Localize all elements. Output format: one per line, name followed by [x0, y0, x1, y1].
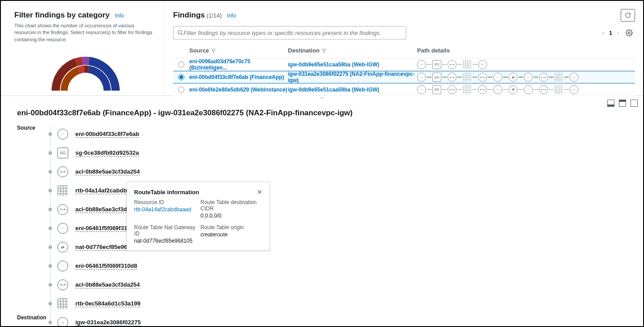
hop-id[interactable]: eni-00bd04f33c8f7e6ab	[75, 131, 139, 138]
source-link[interactable]: eni-00bd04f33c8f7e6ab (FinanceApp)	[189, 74, 284, 80]
findings-table: Source▽ Destination▽ Path details eni-00…	[173, 43, 635, 96]
source-link[interactable]: eni-00e6fe2e80e5db629 (WebInstance)	[189, 87, 287, 93]
hop-id[interactable]: acl-0b88e5ae3cf3da254	[75, 168, 140, 175]
svg-line-1	[181, 34, 183, 35]
acl-icon: •○•	[57, 204, 68, 215]
acl-icon: •○•	[539, 85, 548, 94]
nat-gateway-value: nat-0d776ecf85e968105	[134, 238, 196, 244]
layout-button-2[interactable]	[619, 100, 626, 107]
resource-id-value[interactable]: rtb-04a14af2cabdbaaad	[134, 206, 196, 213]
dest-cidr-value: 0.0.0.0/0	[200, 213, 262, 219]
grid-icon	[554, 85, 563, 94]
dest-cidr-label: Route Table destination CIDR	[200, 199, 262, 212]
hop-id[interactable]: eni-06461f5f069f310d8	[75, 262, 137, 270]
igw-icon: ∩	[570, 85, 579, 94]
filter-input-wrapper[interactable]	[173, 26, 406, 39]
eni-icon: ⋯	[57, 223, 68, 234]
destination-link[interactable]: igw-0db9e65e51caa59ba (Web-IGW)	[288, 87, 379, 93]
close-icon[interactable]: ✕	[257, 188, 262, 196]
findings-info-link[interactable]: Info	[227, 13, 236, 19]
sg-icon: SG	[432, 60, 441, 69]
table-row[interactable]: eni-00e6fe2e80e5db629 (WebInstance)igw-0…	[173, 83, 635, 96]
filter-description: This chart shows the number of occurrenc…	[14, 22, 157, 43]
eni-icon: ⋯	[417, 60, 426, 69]
destination-link[interactable]: igw-031ea2e3086f02275 (NA2-FinApp-financ…	[288, 71, 417, 83]
sg-icon: SG	[57, 148, 68, 158]
sg-icon: SG	[432, 73, 441, 82]
path-hop: •○•acl-0b88e5ae3cf3da254	[48, 275, 627, 294]
destination-link[interactable]: igw-0db9e65e51caa59ba (Web-IGW)	[288, 61, 379, 68]
hop-id[interactable]: acl-0b88e5ae3cf3da254	[75, 281, 140, 288]
layout-button-3[interactable]	[631, 100, 638, 107]
hop-id[interactable]: igw-031ea2e3086f02275	[75, 319, 141, 326]
table-row[interactable]: eni-00bd04f33c8f7e6ab (FinanceApp)igw-03…	[173, 71, 635, 83]
sort-icon[interactable]: ▽	[322, 48, 326, 53]
panel-resize-handle[interactable]: ═	[1, 96, 643, 100]
acl-icon: •○•	[57, 279, 68, 290]
eni-icon: ⋯	[493, 73, 502, 82]
svg-point-2	[628, 32, 630, 34]
refresh-button[interactable]	[621, 9, 635, 22]
findings-title: Findings	[173, 11, 205, 19]
eni-icon: ⋯	[57, 261, 68, 271]
rtb-icon	[57, 298, 68, 309]
eni-icon: ⋯	[57, 129, 68, 140]
filter-title: Filter findings by category	[14, 11, 110, 20]
settings-button[interactable]	[623, 27, 635, 39]
prev-page-button[interactable]: ‹	[602, 29, 605, 36]
row-radio[interactable]	[178, 87, 184, 93]
nat-icon: ⇄	[509, 85, 518, 94]
path-detail-panel: eni-00bd04f33c8f7e6ab (FinanceApp) - igw…	[1, 100, 643, 326]
row-radio[interactable]	[178, 61, 184, 68]
igw-icon: ∩	[57, 317, 68, 326]
eni-icon: ⋯	[417, 73, 426, 82]
path-hop: SGsg-0ce38dfb92d92532a	[48, 144, 627, 162]
path-hop: ∩igw-031ea2e3086f02275	[48, 313, 627, 326]
next-page-button[interactable]: ›	[617, 29, 619, 36]
routetable-popover: RouteTable information ✕ Resource ID rtb…	[126, 182, 270, 251]
findings-count: (1/14)	[206, 12, 222, 19]
category-donut-chart[interactable]	[14, 48, 157, 101]
table-header: Source▽ Destination▽ Path details	[173, 43, 635, 58]
path-hop: •○•acl-0b88e5ae3cf3da254	[48, 162, 627, 181]
col-source[interactable]: Source	[189, 47, 209, 54]
sort-icon[interactable]: ▽	[212, 48, 215, 53]
nat-gateway-label: Route Table Nat Gateway ID	[134, 224, 196, 237]
eni-icon: ⋯	[524, 73, 533, 82]
source-link[interactable]: eni-0096ad03d76e70c75 (BizIntelligen...	[189, 58, 288, 71]
layout-button-1[interactable]	[607, 100, 614, 107]
grid-icon	[463, 85, 472, 94]
nat-icon: ⇄	[57, 242, 68, 253]
igw-icon: ∩	[570, 73, 579, 82]
hop-id[interactable]: sg-0ce38dfb92d92532a	[75, 149, 139, 157]
filter-input[interactable]	[183, 30, 402, 36]
acl-icon: •○•	[478, 85, 487, 94]
acl-icon: •○•	[448, 60, 457, 69]
grid-icon	[554, 73, 563, 82]
acl-icon: •○•	[539, 73, 548, 82]
svg-point-0	[178, 31, 182, 34]
eni-icon: ⋯	[493, 85, 502, 94]
acl-icon: •○•	[478, 73, 487, 82]
page-number: 1	[609, 30, 612, 36]
pagination: ‹ 1 ›	[602, 27, 635, 39]
findings-panel: Findings (1/14) Info ‹ 1 ›	[165, 1, 643, 96]
hop-id[interactable]: rtb-0ec584a6d1c53a199	[75, 300, 140, 307]
igw-icon: ∩	[478, 60, 487, 69]
search-icon	[177, 30, 183, 36]
detail-title: eni-00bd04f33c8f7e6ab (FinanceApp) - igw…	[17, 109, 627, 118]
sg-icon: SG	[432, 85, 441, 94]
row-radio[interactable]	[178, 74, 184, 80]
source-label: Source	[17, 125, 48, 131]
col-destination[interactable]: Destination	[288, 47, 320, 54]
path-hop: ⋯eni-06461f5f069f310d8	[48, 257, 627, 275]
table-row[interactable]: eni-0096ad03d76e70c75 (BizIntelligen...i…	[173, 58, 635, 71]
origin-value: createroute	[200, 231, 262, 238]
acl-icon: •○•	[57, 166, 68, 177]
filter-panel: Filter findings by category Info This ch…	[1, 1, 165, 96]
col-path: Path details	[417, 47, 450, 54]
filter-info-link[interactable]: Info	[115, 13, 124, 19]
grid-icon	[463, 60, 472, 69]
origin-label: Route Table origin	[200, 224, 262, 231]
path-icons: ⋯SG•○•∩	[417, 60, 635, 69]
